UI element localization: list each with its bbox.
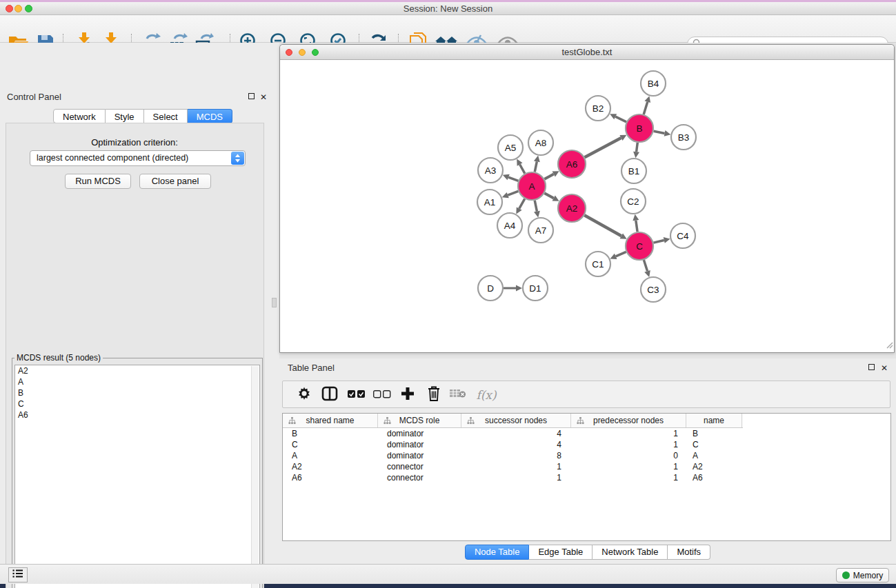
unselect-all-columns-button[interactable] <box>370 383 394 407</box>
edge-A-A1[interactable] <box>508 191 518 195</box>
show-column-panel-button[interactable] <box>318 383 341 407</box>
node-C[interactable]: C <box>626 232 653 260</box>
node-A3[interactable]: A3 <box>478 158 503 183</box>
close-table-panel-icon[interactable]: ✕ <box>881 364 888 372</box>
column-header-successor-nodes[interactable]: successor nodes <box>461 414 571 427</box>
node-A6[interactable]: A6 <box>558 150 586 178</box>
edge-A-A7[interactable] <box>535 201 537 212</box>
select-all-columns-button[interactable] <box>345 383 368 407</box>
svg-text:A4: A4 <box>504 221 516 231</box>
edge-B-B2[interactable] <box>615 116 626 122</box>
result-list-item[interactable]: B <box>15 387 259 398</box>
run-mcds-button[interactable]: Run MCDS <box>65 174 131 189</box>
result-list-item[interactable]: A6 <box>15 409 259 420</box>
edge-C-C4[interactable] <box>653 240 664 243</box>
column-header-shared-name[interactable]: shared name <box>283 414 378 427</box>
node-B2[interactable]: B2 <box>586 96 610 121</box>
float-table-panel-icon[interactable] <box>868 363 875 372</box>
app-titlebar: Session: New Session <box>0 2 896 15</box>
criterion-dropdown[interactable]: largest connected component (directed) <box>30 150 246 166</box>
splitter-handle[interactable] <box>272 298 277 307</box>
table-cell: C <box>686 439 742 450</box>
float-panel-icon[interactable] <box>248 92 255 101</box>
task-history-button[interactable] <box>8 567 28 582</box>
table-panel: Table Panel ✕ f(x) shared nameMCDS roles… <box>279 358 896 564</box>
result-list-scrollbar[interactable] <box>251 366 259 588</box>
add-column-button[interactable] <box>396 383 419 407</box>
vertical-splitter[interactable] <box>269 43 279 564</box>
minimize-network-light[interactable] <box>299 49 306 56</box>
window-resize-grip[interactable] <box>885 339 893 352</box>
edge-A-A4[interactable] <box>519 199 525 208</box>
edge-A-A3[interactable] <box>508 177 518 181</box>
node-B[interactable]: B <box>626 114 653 142</box>
close-panel-icon[interactable]: ✕ <box>260 93 267 101</box>
tab-node-table[interactable]: Node Table <box>465 545 530 560</box>
edge-A-A5[interactable] <box>520 164 525 173</box>
table-row[interactable]: A6connector11A6 <box>283 472 890 483</box>
tab-mcds[interactable]: MCDS <box>188 109 232 123</box>
result-list-item[interactable]: A <box>15 376 259 387</box>
node-B3[interactable]: B3 <box>671 125 696 150</box>
node-A[interactable]: A <box>518 172 546 200</box>
edge-A-A8[interactable] <box>535 161 537 172</box>
node-D[interactable]: D <box>478 276 503 301</box>
table-settings-button[interactable] <box>292 383 316 407</box>
edge-C-C3[interactable] <box>644 260 647 271</box>
zoom-network-light[interactable] <box>312 49 319 56</box>
column-header-predecessor-nodes[interactable]: predecessor nodes <box>571 414 686 427</box>
table-row[interactable]: Bdominator41B <box>283 428 890 439</box>
network-canvas[interactable]: B4B2BB3A8A5A6A3B1AA1C2A2A4A7C4CC1C3DD1 <box>281 61 895 353</box>
svg-text:A5: A5 <box>505 143 517 153</box>
close-panel-button[interactable]: Close panel <box>139 174 211 189</box>
table-row[interactable]: A2connector11A2 <box>283 461 890 472</box>
table-toolbar: f(x) <box>282 381 890 408</box>
result-list-item[interactable]: C <box>15 398 259 409</box>
close-network-light[interactable] <box>286 49 292 56</box>
result-list-item[interactable]: A2 <box>15 365 259 376</box>
network-window-titlebar[interactable]: testGlobe.txt <box>280 45 894 60</box>
edge-A-A6[interactable] <box>544 174 553 179</box>
edge-A-A2[interactable] <box>544 193 553 198</box>
table-row[interactable]: Cdominator41C <box>283 439 890 450</box>
svg-text:B1: B1 <box>628 166 640 176</box>
delete-columns-button[interactable] <box>422 383 446 407</box>
edge-A6-B[interactable] <box>585 138 621 157</box>
svg-text:B: B <box>636 123 642 134</box>
node-A7[interactable]: A7 <box>528 218 553 243</box>
tab-motifs[interactable]: Motifs <box>668 545 710 560</box>
edge-B-B1[interactable] <box>637 143 638 152</box>
function-builder-button[interactable]: f(x) <box>471 383 501 407</box>
memory-button[interactable]: Memory <box>836 568 889 582</box>
node-A4[interactable]: A4 <box>497 213 522 238</box>
edge-A2-C[interactable] <box>584 215 621 236</box>
delete-table-button[interactable] <box>446 383 470 407</box>
node-A1[interactable]: A1 <box>477 190 502 214</box>
close-window-light[interactable] <box>6 5 13 12</box>
tab-network-table[interactable]: Network Table <box>593 545 668 560</box>
node-A8[interactable]: A8 <box>528 130 553 155</box>
node-A2[interactable]: A2 <box>558 194 586 222</box>
node-B1[interactable]: B1 <box>621 159 646 183</box>
zoom-window-light[interactable] <box>25 5 32 12</box>
column-header-name[interactable]: name <box>686 414 742 427</box>
tab-edge-table[interactable]: Edge Table <box>529 545 593 560</box>
edge-C-C1[interactable] <box>616 252 626 256</box>
edge-B-B4[interactable] <box>644 102 648 114</box>
tab-style[interactable]: Style <box>106 109 144 123</box>
node-C3[interactable]: C3 <box>641 277 666 302</box>
node-C2[interactable]: C2 <box>621 189 646 214</box>
column-header-MCDS-role[interactable]: MCDS role <box>378 414 461 427</box>
minimize-window-light[interactable] <box>14 5 22 12</box>
node-C4[interactable]: C4 <box>670 223 695 248</box>
node-D1[interactable]: D1 <box>523 276 548 301</box>
node-A5[interactable]: A5 <box>498 135 523 160</box>
node-C1[interactable]: C1 <box>586 252 610 276</box>
edge-C-C2[interactable] <box>636 221 637 232</box>
edge-B-B3[interactable] <box>654 131 665 133</box>
node-B4[interactable]: B4 <box>641 71 666 96</box>
tab-network[interactable]: Network <box>53 109 106 123</box>
tab-select[interactable]: Select <box>144 109 188 123</box>
svg-text:C3: C3 <box>647 285 659 295</box>
table-row[interactable]: Adominator80A <box>283 450 890 461</box>
